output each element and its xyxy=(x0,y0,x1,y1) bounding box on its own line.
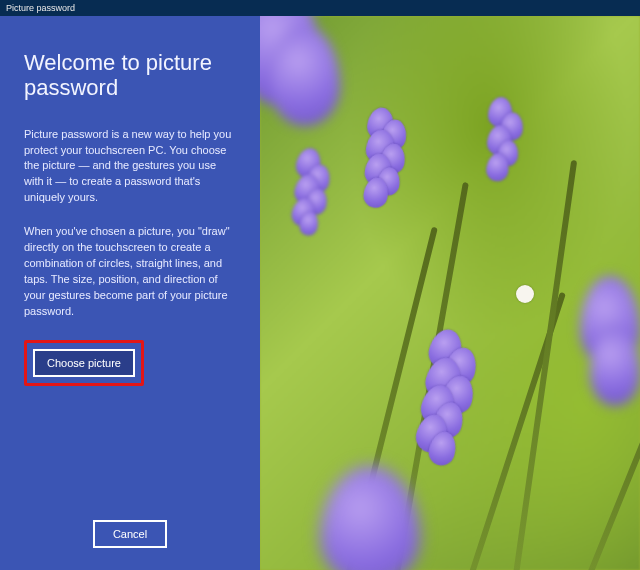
cancel-button[interactable]: Cancel xyxy=(93,520,167,548)
annotation-highlight: Choose picture xyxy=(24,340,144,386)
picture-preview[interactable] xyxy=(260,16,640,570)
gesture-cursor-icon xyxy=(516,285,534,303)
intro-paragraph-1: Picture password is a new way to help yo… xyxy=(24,127,234,207)
cancel-area: Cancel xyxy=(0,520,260,548)
picture-background xyxy=(260,16,640,570)
titlebar: Picture password xyxy=(0,0,640,16)
main-area: Welcome to picture password Picture pass… xyxy=(0,16,640,570)
intro-paragraph-2: When you've chosen a picture, you "draw"… xyxy=(24,224,234,320)
instruction-panel: Welcome to picture password Picture pass… xyxy=(0,16,260,570)
window-title: Picture password xyxy=(6,3,75,13)
page-title: Welcome to picture password xyxy=(24,50,236,101)
choose-picture-button[interactable]: Choose picture xyxy=(33,349,135,377)
